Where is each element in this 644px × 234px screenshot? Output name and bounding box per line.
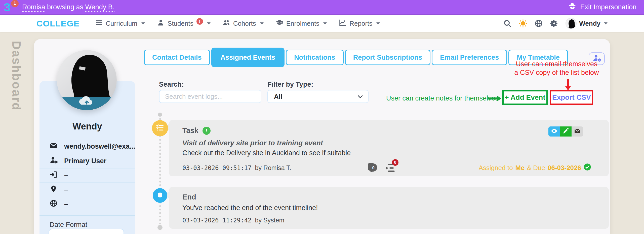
event-card-task: Task ! Visit of delivery site prior to t… bbox=[169, 120, 609, 176]
event-description: You've reached the end of the event time… bbox=[182, 204, 318, 212]
detail-row-website: – bbox=[39, 197, 135, 211]
event-mini-actions: 0 0 bbox=[368, 162, 396, 173]
comments-button[interactable]: 0 bbox=[368, 162, 379, 173]
filter-type-select[interactable]: All bbox=[267, 90, 369, 103]
event-author: by Romisa T. bbox=[255, 164, 291, 172]
task-node bbox=[152, 120, 168, 136]
tab-report-subscriptions[interactable]: Report Subscriptions bbox=[345, 50, 431, 65]
assigned-status: Assigned to Me & Due 06-03-2026 bbox=[479, 163, 591, 173]
people-icon bbox=[223, 19, 230, 28]
annotation-arrow-down-icon bbox=[565, 79, 571, 90]
chevron-down-icon bbox=[376, 22, 380, 24]
detail-row-last-login: – bbox=[39, 168, 135, 182]
tab-notifications[interactable]: Notifications bbox=[286, 50, 344, 65]
tab-email-preferences[interactable]: Email Preferences bbox=[432, 50, 507, 65]
person-gear-icon bbox=[50, 156, 58, 166]
impersonator-link[interactable]: Romisa bbox=[22, 3, 45, 12]
tab-assigned-events[interactable]: Assigned Events bbox=[211, 48, 285, 67]
brand-logo-icon[interactable]: Ɛ 1 bbox=[4, 0, 18, 14]
detail-row-role: Primary User bbox=[39, 154, 135, 168]
impersonation-text: Romisa browsing as Wendy B. bbox=[22, 3, 114, 11]
export-csv-button[interactable]: Export CSV bbox=[550, 90, 593, 105]
event-actions bbox=[548, 126, 583, 137]
exit-impersonation-label: Exit Impersonation bbox=[580, 3, 636, 11]
comments-count: 0 bbox=[372, 165, 374, 170]
user-name: Wendy bbox=[579, 20, 600, 27]
nav-item-enrolments[interactable]: Enrolments bbox=[276, 19, 327, 28]
impersonated-user-link[interactable]: Wendy B. bbox=[85, 3, 115, 12]
impersonation-bar: Ɛ 1 Romisa browsing as Wendy B. Exit Imp… bbox=[0, 0, 644, 15]
timeline-end-dot bbox=[157, 225, 163, 230]
detail-row-email: wendy.boswell@exa... bbox=[39, 139, 135, 154]
search-label: Search: bbox=[159, 81, 184, 88]
panel-divider bbox=[39, 215, 135, 216]
event-title: Visit of delivery site prior to training… bbox=[182, 139, 323, 147]
nav-right-actions: Wendy bbox=[503, 18, 608, 29]
event-description: Check out the Delivery site in Auckland … bbox=[182, 149, 351, 157]
theme-sun-icon[interactable] bbox=[519, 19, 527, 28]
nav-item-reports[interactable]: Reports bbox=[339, 19, 380, 28]
profile-name: Wendy bbox=[39, 121, 135, 132]
task-status-badge: ! bbox=[203, 127, 211, 135]
exit-impersonation-button[interactable]: Exit Impersonation bbox=[568, 2, 636, 12]
college-logo[interactable]: COLLEGE bbox=[36, 19, 79, 28]
profile-details: wendy.boswell@exa... Primary User – bbox=[39, 139, 135, 211]
envelope-icon bbox=[50, 142, 58, 151]
menu-icon bbox=[95, 19, 103, 28]
chart-icon bbox=[339, 19, 346, 28]
checklist-icon bbox=[155, 123, 165, 133]
edit-button[interactable] bbox=[560, 126, 572, 137]
profile-photo[interactable] bbox=[57, 50, 117, 110]
nav-item-curriculum[interactable]: Curriculum bbox=[95, 19, 145, 28]
chevron-down-icon bbox=[323, 22, 327, 24]
annotation-arrow-right-icon bbox=[488, 96, 502, 101]
nav-item-cohorts[interactable]: Cohorts bbox=[223, 19, 264, 28]
chevron-down-icon bbox=[604, 22, 608, 24]
end-node bbox=[153, 188, 167, 203]
date-format-select[interactable]: DD-MM bbox=[49, 229, 124, 234]
assigned-to: Me bbox=[515, 164, 525, 172]
person-icon bbox=[157, 19, 165, 28]
language-globe-icon[interactable] bbox=[534, 19, 543, 28]
students-alert-badge: ! bbox=[196, 18, 203, 25]
annotation-notes-note: User can create notes for themselves bbox=[386, 94, 499, 102]
search-input[interactable] bbox=[159, 90, 261, 103]
avatar bbox=[566, 18, 577, 29]
event-type: End bbox=[182, 193, 196, 201]
email-button[interactable] bbox=[572, 126, 583, 137]
page-title: Dashboard bbox=[10, 41, 23, 111]
event-author: by System bbox=[255, 217, 285, 224]
eye-icon bbox=[551, 128, 557, 135]
event-timestamp: 03-03-2026 11:29:42 bbox=[182, 217, 252, 224]
event-type: Task bbox=[182, 126, 198, 135]
timeline-start-dot bbox=[158, 113, 162, 117]
search-icon[interactable] bbox=[503, 19, 512, 28]
add-event-button[interactable]: + Add Event bbox=[502, 90, 548, 105]
sign-in-icon bbox=[50, 171, 58, 180]
filter-label: Filter by Type: bbox=[267, 81, 313, 88]
chevron-down-icon bbox=[358, 93, 363, 98]
nav-item-students[interactable]: Students ! bbox=[157, 19, 211, 28]
chevron-down-icon bbox=[260, 22, 264, 24]
location-pin-icon bbox=[50, 185, 58, 195]
user-menu[interactable]: Wendy bbox=[566, 18, 608, 29]
check-circle-icon bbox=[584, 163, 591, 173]
due-date: 06-03-2026 bbox=[548, 164, 581, 172]
date-format-label: Date Format bbox=[50, 221, 87, 229]
view-button[interactable] bbox=[548, 126, 560, 137]
dashboard-card: Wendy wendy.boswell@exa... Primary User bbox=[34, 39, 610, 234]
spy-icon bbox=[568, 2, 577, 12]
subtasks-count-badge: 0 bbox=[392, 159, 398, 166]
nav-items: Curriculum Students ! Cohorts bbox=[95, 19, 380, 28]
subtasks-button[interactable]: 0 bbox=[385, 162, 396, 173]
event-card-end: End You've reached the end of the event … bbox=[169, 187, 609, 229]
notification-badge: 1 bbox=[11, 0, 19, 7]
profile-tabs: Contact Details Assigned Events Notifica… bbox=[144, 50, 568, 67]
detail-row-location: – bbox=[39, 182, 135, 197]
tab-contact-details[interactable]: Contact Details bbox=[144, 50, 210, 65]
stop-icon bbox=[156, 191, 164, 200]
graduation-cap-icon bbox=[276, 19, 283, 28]
chevron-down-icon bbox=[141, 22, 145, 24]
pencil-icon bbox=[562, 128, 569, 135]
settings-gear-icon[interactable] bbox=[550, 19, 558, 28]
